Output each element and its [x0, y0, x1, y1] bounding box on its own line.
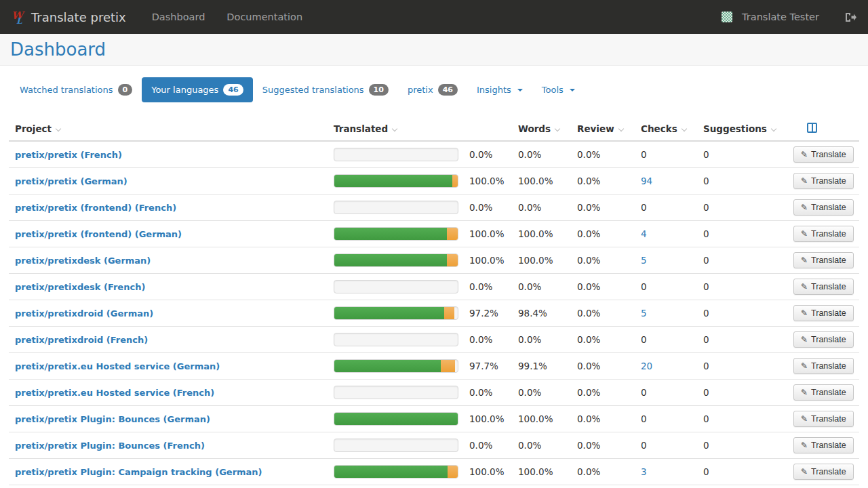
- weblate-logo-icon: WL: [12, 9, 25, 24]
- translated-percent: 97.2%: [469, 308, 498, 319]
- projects-table: Project Translated Words Review Checks S…: [9, 117, 859, 485]
- user-menu[interactable]: Translate Tester: [742, 12, 819, 22]
- progress-translated-segment: [334, 360, 441, 372]
- translate-button[interactable]: ✎ Translate: [793, 173, 854, 189]
- project-link[interactable]: pretix/pretix.eu Hosted service (French): [15, 388, 214, 398]
- suggestions-count: 0: [697, 149, 787, 160]
- progress-checks-segment: [441, 360, 455, 372]
- suggestions-count: 0: [697, 387, 787, 398]
- chevron-down-icon: [570, 89, 575, 92]
- project-link[interactable]: pretix/pretix (frontend) (German): [15, 229, 182, 239]
- sort-icon: [618, 126, 623, 131]
- sort-icon: [771, 126, 776, 131]
- tab-your-languages[interactable]: Your languages 46: [142, 77, 253, 102]
- brand-title: Translate pretix: [31, 10, 126, 24]
- project-link[interactable]: pretix/pretixdroid (German): [15, 308, 153, 319]
- table-row: pretix/pretix Plugin: Bounces (French) 0…: [9, 432, 859, 459]
- column-header-suggestions[interactable]: Suggestions: [697, 123, 787, 134]
- translate-button[interactable]: ✎ Translate: [793, 411, 854, 427]
- translate-button[interactable]: ✎ Translate: [793, 279, 854, 295]
- column-header-words[interactable]: Words: [512, 123, 571, 134]
- column-header-project[interactable]: Project: [9, 123, 328, 134]
- review-percent: 0.0%: [571, 440, 635, 451]
- words-percent: 0.0%: [512, 149, 571, 160]
- page-header: Dashboard: [0, 34, 868, 66]
- pencil-icon: ✎: [801, 308, 808, 318]
- sort-icon: [555, 126, 560, 131]
- project-link[interactable]: pretix/pretix Plugin: Bounces (German): [15, 414, 210, 424]
- translate-button[interactable]: ✎ Translate: [793, 464, 854, 480]
- brand-link[interactable]: WL Translate pretix: [12, 9, 126, 24]
- translated-percent: 100.0%: [469, 466, 504, 477]
- translated-percent: 100.0%: [469, 228, 504, 239]
- progress-bar: [334, 253, 458, 267]
- project-link[interactable]: pretix/pretixdroid (French): [15, 335, 148, 345]
- checks-count[interactable]: 20: [641, 361, 652, 371]
- translate-button[interactable]: ✎ Translate: [793, 437, 854, 453]
- translate-button[interactable]: ✎ Translate: [793, 199, 854, 216]
- nav-link-documentation[interactable]: Documentation: [216, 1, 313, 33]
- words-percent: 100.0%: [512, 228, 571, 239]
- progress-bar: [334, 201, 458, 214]
- checks-count[interactable]: 5: [641, 308, 647, 319]
- translate-button-label: Translate: [811, 282, 846, 291]
- words-percent: 0.0%: [512, 387, 571, 398]
- tab-badge: 46: [438, 84, 458, 96]
- review-percent: 0.0%: [571, 176, 635, 186]
- words-percent: 100.0%: [512, 466, 571, 477]
- checks-count[interactable]: 5: [641, 255, 647, 266]
- translate-button-label: Translate: [811, 308, 846, 318]
- progress-bar: [334, 386, 458, 399]
- nav-link-dashboard[interactable]: Dashboard: [141, 1, 216, 33]
- logout-icon[interactable]: [845, 12, 856, 22]
- column-header-review[interactable]: Review: [571, 123, 635, 134]
- nav-right: Translate Tester: [722, 12, 856, 22]
- project-link[interactable]: pretix/pretix (French): [15, 150, 122, 160]
- progress-bar: [334, 333, 458, 346]
- translate-button[interactable]: ✎ Translate: [793, 226, 854, 242]
- translate-button-label: Translate: [811, 441, 846, 450]
- tab-label: Insights: [477, 85, 511, 95]
- translate-button[interactable]: ✎ Translate: [793, 305, 854, 321]
- project-link[interactable]: pretix/pretix (German): [15, 176, 127, 186]
- checks-count[interactable]: 3: [641, 466, 647, 477]
- tab-badge: 0: [118, 84, 133, 96]
- checks-count[interactable]: 94: [641, 176, 652, 186]
- project-link[interactable]: pretix/pretix.eu Hosted service (German): [15, 361, 220, 371]
- tab-suggested-translations[interactable]: Suggested translations 10: [253, 77, 398, 102]
- translated-percent: 0.0%: [469, 202, 492, 213]
- column-header-checks[interactable]: Checks: [635, 123, 697, 134]
- translate-button-label: Translate: [811, 176, 846, 186]
- tab-watched-translations[interactable]: Watched translations 0: [10, 77, 142, 102]
- project-link[interactable]: pretix/pretix Plugin: Campaign tracking …: [15, 467, 262, 477]
- checks-count[interactable]: 4: [641, 228, 647, 239]
- pencil-icon: ✎: [801, 150, 808, 159]
- column-header-translated[interactable]: Translated: [328, 123, 512, 134]
- translate-button[interactable]: ✎ Translate: [793, 331, 854, 348]
- translated-percent: 0.0%: [469, 387, 492, 398]
- progress-translated-segment: [334, 413, 458, 425]
- table-row: pretix/pretix (frontend) (German) 100.0%…: [9, 221, 859, 247]
- translate-button[interactable]: ✎ Translate: [793, 384, 854, 401]
- progress-bar: [334, 280, 458, 293]
- tab-pretix[interactable]: pretix 46: [398, 77, 467, 102]
- table-row: pretix/pretixdesk (French) 0.0% 0.0% 0.0…: [9, 274, 859, 300]
- project-link[interactable]: pretix/pretix (frontend) (French): [15, 203, 176, 213]
- columns-settings-icon[interactable]: [807, 123, 817, 133]
- suggestions-count: 0: [697, 361, 787, 371]
- checks-count: 0: [641, 149, 647, 160]
- page-title: Dashboard: [10, 39, 858, 60]
- suggestions-count: 0: [697, 255, 787, 266]
- project-link[interactable]: pretix/pretixdesk (German): [15, 256, 151, 266]
- checks-count: 0: [641, 387, 647, 398]
- translate-button[interactable]: ✎ Translate: [793, 252, 854, 268]
- table-row: pretix/pretix (frontend) (French) 0.0% 0…: [9, 195, 859, 221]
- project-link[interactable]: pretix/pretixdesk (French): [15, 282, 145, 292]
- project-link[interactable]: pretix/pretix Plugin: Bounces (French): [15, 441, 205, 451]
- words-percent: 100.0%: [512, 176, 571, 186]
- translate-button[interactable]: ✎ Translate: [793, 358, 854, 374]
- table-body: pretix/pretix (French) 0.0% 0.0% 0.0% 0 …: [9, 142, 859, 485]
- translate-button[interactable]: ✎ Translate: [793, 146, 854, 163]
- tab-insights[interactable]: Insights: [467, 78, 532, 102]
- tab-tools[interactable]: Tools: [532, 78, 585, 102]
